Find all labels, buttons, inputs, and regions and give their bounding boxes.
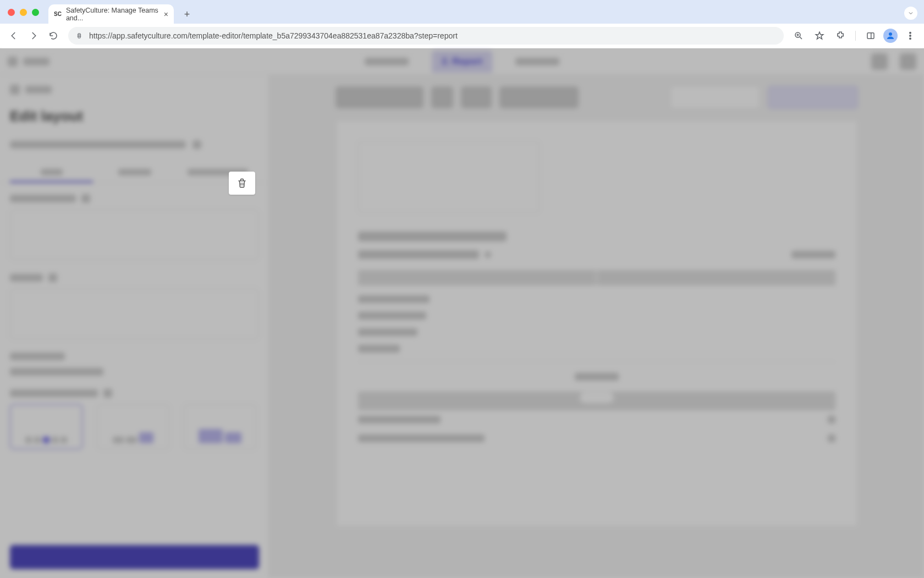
- svg-point-2: [889, 32, 892, 36]
- bookmark-icon[interactable]: [811, 27, 828, 44]
- extensions-icon[interactable]: [832, 27, 849, 44]
- delete-layout-button[interactable]: [229, 172, 255, 195]
- app-root: 2. Report Edit layout: [0, 48, 924, 578]
- tab-close-icon[interactable]: ×: [164, 10, 168, 19]
- sidepanel-icon[interactable]: [862, 27, 879, 44]
- window-close[interactable]: [8, 9, 15, 16]
- tabstrip-dropdown[interactable]: [904, 7, 917, 20]
- tab-favicon: SC: [54, 10, 62, 19]
- tab-title: SafetyCulture: Manage Teams and...: [66, 7, 160, 22]
- kebab-menu-icon[interactable]: [902, 27, 919, 44]
- window-minimize[interactable]: [20, 9, 27, 16]
- modal-backdrop[interactable]: [0, 48, 924, 578]
- zoom-icon[interactable]: [790, 27, 807, 44]
- browser-toolbar: https://app.safetyculture.com/template-e…: [0, 24, 924, 48]
- trash-icon: [237, 178, 248, 189]
- svg-point-5: [910, 38, 911, 39]
- browser-tabstrip: SC SafetyCulture: Manage Teams and... × …: [0, 0, 924, 24]
- nav-reload-button[interactable]: [45, 27, 62, 44]
- toolbar-right: [790, 27, 919, 44]
- new-tab-button[interactable]: +: [179, 7, 195, 22]
- site-info-icon[interactable]: [75, 31, 84, 40]
- nav-back-button[interactable]: [6, 27, 22, 44]
- nav-forward-button[interactable]: [25, 27, 42, 44]
- url-text: https://app.safetyculture.com/template-e…: [89, 31, 458, 40]
- profile-avatar[interactable]: [883, 29, 898, 43]
- svg-point-4: [910, 35, 911, 36]
- window-controls: [8, 9, 39, 16]
- svg-point-3: [910, 32, 911, 34]
- address-bar[interactable]: https://app.safetyculture.com/template-e…: [68, 27, 784, 45]
- browser-tab[interactable]: SC SafetyCulture: Manage Teams and... ×: [48, 4, 174, 24]
- toolbar-divider: [855, 31, 856, 41]
- window-maximize[interactable]: [32, 9, 39, 16]
